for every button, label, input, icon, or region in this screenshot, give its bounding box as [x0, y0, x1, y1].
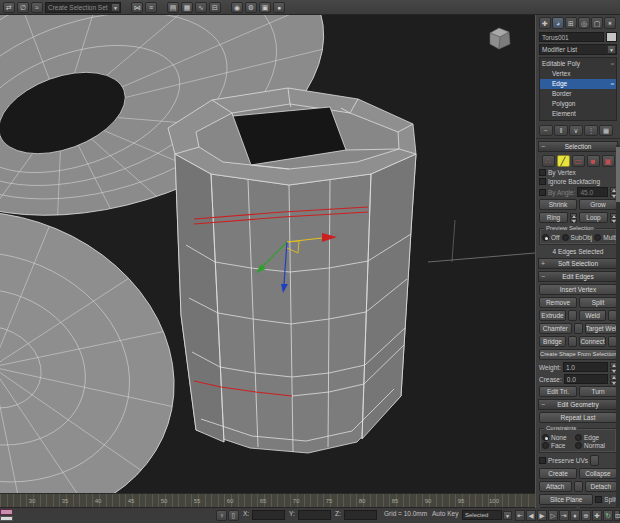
- previous-frame-icon[interactable]: ◀: [526, 510, 536, 521]
- stack-item-border[interactable]: Border: [540, 89, 616, 99]
- go-to-start-icon[interactable]: ⇤: [515, 510, 525, 521]
- auto-key-button[interactable]: Auto Key: [432, 510, 458, 517]
- material-editor-icon[interactable]: ◉: [231, 2, 243, 13]
- pin-stack-icon[interactable]: −: [539, 125, 553, 136]
- by-angle-field[interactable]: [577, 187, 608, 197]
- configure-modifier-sets-icon[interactable]: ▦: [599, 125, 613, 136]
- ring-button[interactable]: Ring: [539, 212, 568, 223]
- tab-hierarchy-icon[interactable]: ⊞: [565, 17, 577, 29]
- y-coord-field[interactable]: [298, 510, 331, 520]
- pan-icon[interactable]: ✚: [592, 510, 602, 521]
- loop-button[interactable]: Loop: [579, 212, 608, 223]
- bind-to-space-warp-icon[interactable]: ≈: [31, 2, 43, 13]
- extrude-button[interactable]: Extrude: [539, 310, 566, 321]
- tab-modify-icon[interactable]: ◕: [552, 17, 564, 29]
- crease-field[interactable]: [564, 374, 608, 384]
- render-setup-icon[interactable]: ⚙: [245, 2, 257, 13]
- weld-button[interactable]: Weld: [579, 310, 606, 321]
- remove-modifier-icon[interactable]: ⋮: [584, 125, 598, 136]
- isolate-selection-icon[interactable]: ♀: [216, 510, 227, 521]
- preview-multi-radio[interactable]: [594, 234, 601, 241]
- constraint-normal-radio[interactable]: [575, 442, 582, 449]
- tab-display-icon[interactable]: ▢: [591, 17, 603, 29]
- make-unique-icon[interactable]: ∨: [569, 125, 583, 136]
- select-and-link-icon[interactable]: ⇄: [3, 2, 15, 13]
- unlink-selection-icon[interactable]: ∅: [17, 2, 29, 13]
- repeat-last-button[interactable]: Repeat Last: [539, 412, 617, 423]
- by-angle-checkbox[interactable]: [539, 189, 546, 196]
- selection-lock-icon[interactable]: ▯: [228, 510, 239, 521]
- connect-button[interactable]: Connect: [579, 336, 606, 347]
- object-color-swatch[interactable]: [606, 32, 617, 42]
- stack-item-polygon[interactable]: Polygon: [540, 99, 616, 109]
- create-button[interactable]: Create: [539, 468, 577, 479]
- stack-item-vertex[interactable]: Vertex: [540, 69, 616, 79]
- detach-button[interactable]: Detach: [585, 481, 618, 492]
- extrude-settings-button[interactable]: [568, 310, 577, 321]
- rollout-soft-selection[interactable]: + Soft Selection: [538, 258, 618, 269]
- insert-vertex-button[interactable]: Insert Vertex: [539, 284, 617, 295]
- viewcube[interactable]: [490, 28, 510, 49]
- z-coord-field[interactable]: [344, 510, 377, 520]
- layer-manager-icon[interactable]: ▤: [167, 2, 179, 13]
- ignore-backfacing-checkbox[interactable]: [539, 178, 546, 185]
- orbit-icon[interactable]: ↻: [603, 510, 613, 521]
- stack-item-editable-poly[interactable]: Editable Poly ≈: [540, 59, 616, 69]
- bridge-settings-button[interactable]: [568, 336, 577, 347]
- mirror-icon[interactable]: ⋈: [131, 2, 143, 13]
- curve-editor-icon[interactable]: ∿: [195, 2, 207, 13]
- preserve-uvs-settings-button[interactable]: [590, 455, 599, 466]
- edit-tri-button[interactable]: Edit Tri.: [539, 386, 577, 397]
- vertex-subobject-icon[interactable]: ∴: [542, 155, 555, 167]
- preview-subobj-radio[interactable]: [562, 234, 569, 241]
- bridge-button[interactable]: Bridge: [539, 336, 566, 347]
- remove-button[interactable]: Remove: [539, 297, 577, 308]
- selection-mode-dropdown[interactable]: Selected: [462, 510, 502, 520]
- panel-scrollbar[interactable]: [616, 145, 620, 508]
- tab-create-icon[interactable]: ✚: [539, 17, 551, 29]
- chevron-down-icon[interactable]: ▼: [607, 45, 616, 54]
- preview-off-radio[interactable]: [542, 234, 549, 241]
- attach-button[interactable]: Attach: [539, 481, 572, 492]
- stack-item-edge[interactable]: Edge ≈: [540, 79, 616, 89]
- show-end-result-icon[interactable]: ‖: [554, 125, 568, 136]
- chamfer-settings-button[interactable]: [574, 323, 583, 334]
- target-weld-button[interactable]: Target Weld: [585, 323, 618, 334]
- by-vertex-checkbox[interactable]: [539, 169, 546, 176]
- x-coord-field[interactable]: [252, 510, 285, 520]
- rollout-edit-edges[interactable]: − Edit Edges: [538, 271, 618, 282]
- maxscript-mini-listener[interactable]: [0, 509, 13, 521]
- go-to-end-icon[interactable]: ⇥: [559, 510, 569, 521]
- split-button[interactable]: Split: [579, 297, 617, 308]
- tab-motion-icon[interactable]: ◎: [578, 17, 590, 29]
- named-selection-sets-combo[interactable]: Create Selection Set ▼: [45, 2, 121, 13]
- chamfer-button[interactable]: Chamfer: [539, 323, 572, 334]
- polygon-subobject-icon[interactable]: ■: [587, 155, 600, 167]
- stack-item-element[interactable]: Element: [540, 109, 616, 119]
- shrink-button[interactable]: Shrink: [539, 199, 577, 210]
- align-icon[interactable]: ≡: [145, 2, 157, 13]
- modifier-list-dropdown[interactable]: Modifier List ▼: [539, 44, 617, 55]
- viewport-canvas[interactable]: [0, 15, 535, 493]
- ring-spinner[interactable]: [570, 213, 577, 223]
- play-icon[interactable]: ▶: [537, 510, 547, 521]
- slice-plane-button[interactable]: Slice Plane: [539, 494, 593, 505]
- maximize-viewport-icon[interactable]: ⊡: [614, 510, 620, 521]
- create-shape-button[interactable]: Create Shape From Selection: [539, 349, 617, 360]
- constraint-none-radio[interactable]: [542, 434, 549, 441]
- next-frame-icon[interactable]: ▷: [548, 510, 558, 521]
- grow-button[interactable]: Grow: [579, 199, 617, 210]
- turn-button[interactable]: Turn: [579, 386, 617, 397]
- element-subobject-icon[interactable]: ▣: [602, 155, 615, 167]
- key-mode-icon[interactable]: ♦: [570, 510, 580, 521]
- preserve-uvs-checkbox[interactable]: [539, 457, 546, 464]
- attach-settings-button[interactable]: [574, 481, 583, 492]
- rollout-selection[interactable]: − Selection: [538, 141, 618, 152]
- graphite-modeling-icon[interactable]: ▦: [181, 2, 193, 13]
- chevron-down-icon[interactable]: ▼: [111, 3, 120, 12]
- timeline-ruler[interactable]: 30 35 40 45 50 55 60 65 70 75 80 85 90 9…: [0, 493, 535, 508]
- tab-utilities-icon[interactable]: ✶: [604, 17, 616, 29]
- constraint-edge-radio[interactable]: [575, 434, 582, 441]
- object-name-field[interactable]: [539, 32, 604, 42]
- constraint-face-radio[interactable]: [542, 442, 549, 449]
